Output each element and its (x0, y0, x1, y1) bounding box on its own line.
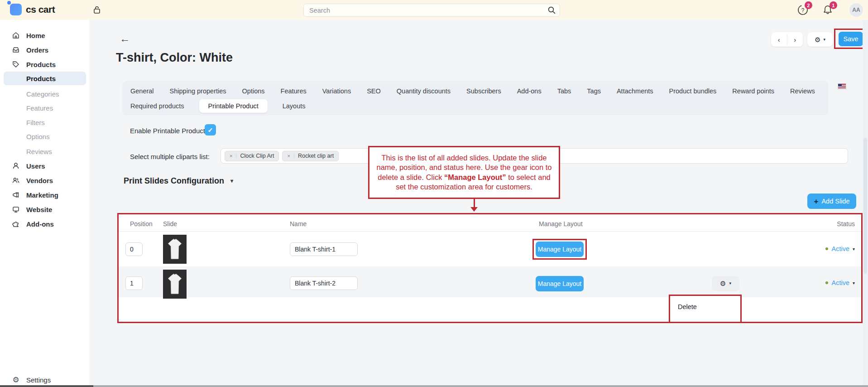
status-dropdown[interactable]: Active ▾ (825, 245, 855, 252)
manage-layout-button[interactable]: Manage Layout (536, 242, 584, 257)
tab-shipping-properties[interactable]: Shipping properties (169, 85, 227, 97)
table-header-divider (119, 231, 861, 232)
user-icon (12, 162, 20, 170)
scrollbar-thumb[interactable] (863, 138, 867, 274)
home-icon (12, 31, 20, 39)
col-header-name: Name (290, 220, 307, 227)
sidebar-item-marketing[interactable]: Marketing (0, 189, 89, 201)
sidebar-item-home[interactable]: Home (0, 29, 89, 42)
sidebar-item-filters[interactable]: Filters (0, 116, 89, 129)
tab-layouts[interactable]: Layouts (282, 100, 307, 112)
megaphone-icon (12, 191, 20, 199)
sidebar-item-options[interactable]: Options (0, 130, 89, 143)
window-bottom-edge (93, 385, 868, 387)
search-icon[interactable] (547, 6, 556, 15)
save-button[interactable]: Save (839, 32, 863, 46)
tab-tags[interactable]: Tags (586, 85, 602, 97)
window-bottom-edge (0, 385, 93, 387)
position-input[interactable] (125, 242, 143, 256)
cliparts-label: Select multiple cliparts list: (130, 153, 210, 160)
enable-printable-label: Enable Printable Product: (130, 127, 207, 135)
tab-product-bundles[interactable]: Product bundles (668, 85, 718, 97)
tab-tabs[interactable]: Tabs (556, 85, 572, 97)
page-scrollbar[interactable] (863, 20, 868, 385)
status-dot-icon (825, 281, 828, 284)
add-slide-button[interactable]: + Add Slide (807, 194, 856, 209)
sidebar-item-features[interactable]: Features (0, 102, 89, 114)
product-tabs: General Shipping properties Options Feat… (122, 81, 829, 116)
tab-required-products[interactable]: Required products (129, 100, 185, 112)
tab-printable-product[interactable]: Printable Product (199, 99, 268, 113)
sidebar-item-reviews[interactable]: Reviews (0, 145, 89, 158)
logo-mark-icon (10, 4, 22, 15)
enable-printable-checkbox[interactable]: ✓ (205, 124, 216, 135)
tab-features[interactable]: Features (280, 85, 307, 97)
col-header-slide: Slide (163, 220, 177, 227)
chevron-down-icon: ▾ (853, 247, 855, 252)
chevron-down-icon: ▾ (853, 281, 855, 285)
language-flag-icon[interactable] (838, 84, 846, 89)
user-avatar[interactable]: AA (849, 3, 863, 17)
product-pager: ‹ › (771, 32, 803, 47)
tab-reward-points[interactable]: Reward points (731, 85, 775, 97)
prev-product-button[interactable]: ‹ (771, 32, 787, 47)
orders-icon (12, 46, 20, 54)
row-gear-dropdown-button[interactable]: ⚙ ▾ (712, 276, 739, 291)
section-caret-icon: ▾ (230, 178, 233, 184)
cscart-logo[interactable]: cs cart (10, 4, 55, 15)
tab-quantity-discounts[interactable]: Quantity discounts (396, 85, 451, 97)
help-button[interactable]: ? 2 (797, 4, 809, 16)
tab-seo[interactable]: SEO (366, 85, 382, 97)
col-header-position: Position (130, 220, 153, 227)
sidebar-item-vendors[interactable]: Vendors (0, 174, 89, 187)
tag-icon (12, 60, 20, 68)
annotation-text: This is the list of all added slides. Up… (376, 153, 552, 191)
tabs-row-1: General Shipping properties Options Feat… (129, 84, 821, 98)
page-gear-dropdown-button[interactable]: ⚙ ▾ (807, 32, 833, 47)
tab-variations[interactable]: Variations (321, 85, 352, 97)
sidebar-item-addons[interactable]: Add-ons (0, 218, 89, 230)
print-slides-configuration-heading[interactable]: Print Slides Configuration▾ (124, 176, 233, 186)
next-product-button[interactable]: › (787, 32, 803, 47)
sidebar-item-settings[interactable]: ⚙ Settings (0, 373, 89, 386)
tab-addons[interactable]: Add-ons (516, 85, 542, 97)
back-button[interactable]: ← (120, 33, 130, 45)
position-input[interactable] (125, 276, 143, 290)
sidebar-item-categories[interactable]: Categories (0, 87, 89, 100)
clipart-chip: × Rocket clip art (282, 151, 339, 161)
top-header: cs cart ? 2 1 AA (0, 0, 868, 20)
chip-remove-icon[interactable]: × (230, 153, 236, 159)
chip-label: Clock Clip Art (240, 153, 274, 159)
sidebar-item-products-sub[interactable]: Products (4, 72, 86, 85)
search-input[interactable] (303, 4, 560, 17)
tab-options[interactable]: Options (241, 85, 266, 97)
monitor-icon (12, 205, 20, 213)
annotation-arrowhead-icon (470, 207, 478, 212)
manage-layout-button[interactable]: Manage Layout (536, 276, 584, 291)
chevron-down-icon: ▾ (823, 38, 825, 42)
lock-icon[interactable] (92, 5, 102, 15)
slide-name-input[interactable] (290, 242, 358, 256)
settings-gear-icon: ⚙ (12, 376, 20, 384)
sidebar-item-website[interactable]: Website (0, 203, 89, 216)
gear-icon: ⚙ (720, 280, 726, 287)
global-search (303, 4, 560, 17)
col-header-status: Status (837, 220, 855, 227)
tab-reviews[interactable]: Reviews (789, 85, 816, 97)
sidebar-item-users[interactable]: Users (0, 160, 89, 172)
gear-dropdown-menu: Delete (669, 295, 742, 323)
vendors-icon (12, 176, 20, 184)
gear-icon: ⚙ (815, 36, 820, 43)
tab-subscribers[interactable]: Subscribers (465, 85, 502, 97)
chip-remove-icon[interactable]: × (287, 153, 294, 159)
slide-name-input[interactable] (290, 276, 358, 290)
notifications-button[interactable]: 1 (822, 4, 834, 16)
delete-menu-item[interactable]: Delete (678, 303, 697, 310)
sidebar-item-orders[interactable]: Orders (0, 44, 89, 56)
status-dropdown[interactable]: Active ▾ (825, 279, 855, 286)
tab-attachments[interactable]: Attachments (616, 85, 654, 97)
tab-general[interactable]: General (129, 85, 155, 97)
col-header-manage-layout: Manage Layout (539, 220, 583, 227)
sidebar-item-products[interactable]: Products (0, 58, 89, 71)
clipart-chip: × Clock Clip Art (225, 151, 279, 161)
